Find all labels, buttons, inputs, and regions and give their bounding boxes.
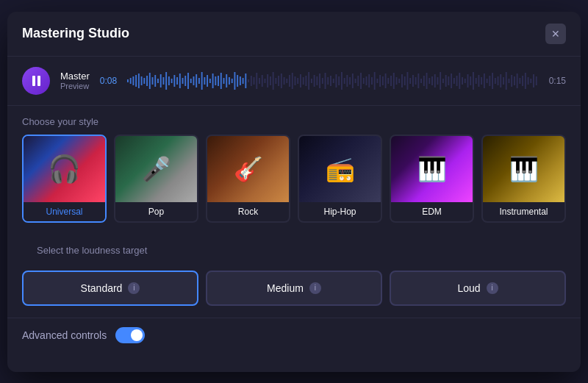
style-card-pop[interactable]: Pop [114,135,198,223]
svg-rect-109 [426,73,428,89]
loudness-btn-loud[interactable]: Loud i [390,271,566,306]
svg-rect-69 [316,76,318,85]
svg-rect-76 [336,74,337,87]
pause-icon [32,76,40,86]
svg-rect-136 [500,74,501,87]
style-card-rock[interactable]: Rock [206,135,290,223]
style-label-universal: Universal [24,202,105,221]
waveform[interactable] [127,69,539,93]
styles-section: Choose your style Universal Pop Rock Hip… [7,106,581,235]
svg-rect-113 [437,77,439,85]
svg-rect-112 [434,74,436,87]
svg-rect-118 [451,74,452,88]
style-label-pop: Pop [115,202,197,221]
svg-rect-81 [349,77,351,85]
style-card-hiphop[interactable]: Hip-Hop [298,135,382,223]
svg-rect-41 [240,76,241,85]
svg-rect-88 [368,74,370,87]
svg-rect-144 [522,76,523,86]
svg-rect-57 [284,77,285,85]
svg-rect-74 [330,76,331,86]
svg-rect-47 [256,73,257,89]
svg-rect-106 [418,74,420,88]
svg-rect-132 [489,76,490,86]
style-image-universal [24,136,105,202]
svg-rect-16 [171,79,173,83]
svg-rect-32 [215,76,216,85]
svg-rect-90 [374,72,376,90]
svg-rect-123 [465,79,466,83]
svg-rect-5 [141,76,143,85]
svg-rect-36 [226,74,227,87]
svg-rect-98 [396,77,398,85]
svg-rect-61 [295,76,296,85]
style-card-instrumental[interactable]: Instrumental [481,135,566,223]
style-card-universal[interactable]: Universal [22,135,107,223]
track-subtitle: Preview [60,82,90,90]
svg-rect-72 [325,73,326,89]
svg-rect-11 [157,79,159,83]
svg-rect-137 [503,77,504,85]
style-image-pop [115,136,197,202]
player-section: Master Preview 0:08 [7,57,581,106]
loudness-btn-medium[interactable]: Medium i [206,271,382,306]
styles-grid: Universal Pop Rock Hip-Hop EDM Instrumen [7,135,581,235]
svg-rect-12 [160,74,162,87]
svg-rect-1 [130,78,132,84]
loudness-label-loud: Loud [457,282,480,294]
svg-rect-27 [201,72,203,90]
svg-rect-71 [322,78,323,84]
svg-rect-147 [530,79,531,83]
svg-rect-100 [401,74,403,87]
svg-rect-56 [281,74,282,88]
svg-rect-102 [407,72,409,90]
svg-rect-142 [517,74,518,88]
svg-rect-50 [265,79,266,83]
svg-rect-82 [352,74,354,88]
svg-rect-25 [196,74,197,87]
svg-rect-111 [431,76,433,85]
style-image-edm [391,136,473,202]
svg-rect-78 [341,72,343,90]
advanced-controls-toggle[interactable] [115,327,145,343]
svg-rect-38 [232,79,233,83]
svg-rect-7 [146,76,148,86]
svg-rect-14 [165,72,167,90]
svg-rect-31 [212,74,214,88]
svg-rect-0 [127,79,129,82]
svg-rect-128 [478,75,480,87]
svg-rect-146 [528,77,529,85]
play-pause-button[interactable] [22,67,50,95]
svg-rect-134 [495,78,496,84]
svg-rect-9 [152,77,154,85]
svg-rect-96 [390,76,392,86]
svg-rect-45 [251,76,252,86]
info-icon-standard: i [128,282,140,294]
styles-section-label: Choose your style [7,106,581,135]
svg-rect-75 [333,79,334,83]
svg-rect-91 [377,79,379,83]
svg-rect-97 [393,73,395,89]
loudness-btn-standard[interactable]: Standard i [22,271,198,306]
svg-rect-66 [308,72,309,90]
svg-rect-139 [509,79,510,83]
style-card-edm[interactable]: EDM [390,135,474,223]
svg-rect-18 [176,77,178,85]
svg-rect-60 [292,73,293,89]
modal-title: Mastering Studio [22,26,129,41]
svg-rect-122 [462,77,463,85]
style-label-hiphop: Hip-Hop [299,202,381,221]
svg-rect-6 [143,78,145,84]
close-button[interactable]: ✕ [545,24,566,44]
svg-rect-24 [193,76,195,85]
svg-rect-105 [415,77,417,85]
svg-rect-48 [259,78,260,84]
svg-rect-64 [303,77,304,85]
loudness-label-standard: Standard [81,282,123,294]
svg-rect-21 [184,76,186,86]
style-label-edm: EDM [391,202,473,221]
svg-rect-68 [314,75,315,87]
svg-rect-84 [357,76,359,86]
svg-rect-126 [473,72,474,90]
svg-rect-85 [360,73,362,89]
